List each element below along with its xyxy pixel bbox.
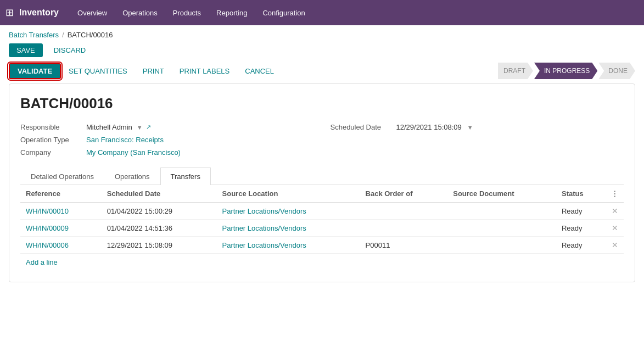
breadcrumb-separator: / <box>62 31 64 39</box>
operation-type-value[interactable]: San Francisco: Receipts <box>86 136 164 144</box>
breadcrumb: Batch Transfers / BATCH/00016 <box>0 25 644 41</box>
tab-transfers[interactable]: Transfers <box>160 168 211 185</box>
discard-button[interactable]: DISCARD <box>46 43 94 57</box>
top-navigation: ⊞ Inventory Overview Operations Products… <box>0 0 644 25</box>
breadcrumb-current: BATCH/00016 <box>68 31 113 39</box>
table-row: WH/IN/00009 01/04/2022 14:51:36 Partner … <box>20 220 624 237</box>
cell-reference-2[interactable]: WH/IN/00006 <box>20 237 102 254</box>
col-header-source-location: Source Location <box>217 185 360 203</box>
cell-back-order-2: P00011 <box>360 237 448 254</box>
tab-detailed-operations[interactable]: Detailed Operations <box>20 168 104 185</box>
company-value[interactable]: My Company (San Francisco) <box>86 148 181 157</box>
cell-back-order-0 <box>360 203 448 220</box>
remove-icon-1[interactable]: ✕ <box>612 224 618 232</box>
action-row-1: SAVE DISCARD <box>0 41 644 62</box>
print-button[interactable]: PRINT <box>135 64 172 78</box>
transfers-table: Reference Scheduled Date Source Location… <box>20 185 624 254</box>
cell-source-location-1[interactable]: Partner Locations/Vendors <box>217 220 360 237</box>
cell-source-document-2 <box>447 237 556 254</box>
set-quantities-button[interactable]: SET QUANTITIES <box>61 64 135 78</box>
nav-item-configuration[interactable]: Configuration <box>255 0 312 25</box>
nav-item-overview[interactable]: Overview <box>70 0 115 25</box>
nav-item-products[interactable]: Products <box>165 0 209 25</box>
responsible-row: Responsible Mitchell Admin ▼ ↗ <box>20 123 314 131</box>
batch-title: BATCH/00016 <box>20 95 624 112</box>
remove-icon-2[interactable]: ✕ <box>612 241 618 249</box>
app-title: Inventory <box>19 8 59 18</box>
cell-remove-1[interactable]: ✕ <box>606 220 624 237</box>
breadcrumb-parent[interactable]: Batch Transfers <box>9 31 59 39</box>
tabs-row: Detailed Operations Operations Transfers <box>20 168 624 185</box>
col-header-source-document: Source Document <box>447 185 556 203</box>
cancel-button[interactable]: CANCEL <box>237 64 282 78</box>
action-row-2: VALIDATE SET QUANTITIES PRINT PRINT LABE… <box>0 62 644 83</box>
cell-source-location-2[interactable]: Partner Locations/Vendors <box>217 237 360 254</box>
form-fields: Responsible Mitchell Admin ▼ ↗ Operation… <box>20 123 624 157</box>
col-header-status: Status <box>556 185 606 203</box>
scheduled-date-label: Scheduled Date <box>331 123 391 131</box>
col-header-scheduled-date: Scheduled Date <box>102 185 217 203</box>
responsible-dropdown-icon[interactable]: ▼ <box>137 124 143 131</box>
cell-scheduled-date-1: 01/04/2022 14:51:36 <box>102 220 217 237</box>
cell-source-location-0[interactable]: Partner Locations/Vendors <box>217 203 360 220</box>
cell-scheduled-date-2: 12/29/2021 15:08:09 <box>102 237 217 254</box>
cell-source-document-1 <box>447 220 556 237</box>
table-header-row: Reference Scheduled Date Source Location… <box>20 185 624 203</box>
grid-icon[interactable]: ⊞ <box>5 7 14 19</box>
company-row: Company My Company (San Francisco) <box>20 148 314 157</box>
validate-button[interactable]: VALIDATE <box>9 63 61 79</box>
main-card: BATCH/00016 Responsible Mitchell Admin ▼… <box>9 83 635 282</box>
print-labels-button[interactable]: PRINT LABELS <box>172 64 238 78</box>
scheduled-date-value: 12/29/2021 15:08:09 ▼ <box>396 123 473 131</box>
cell-reference-0[interactable]: WH/IN/00010 <box>20 203 102 220</box>
cell-reference-1[interactable]: WH/IN/00009 <box>20 220 102 237</box>
company-label: Company <box>20 148 81 157</box>
pipeline-step-done: DONE <box>598 63 635 79</box>
remove-icon-0[interactable]: ✕ <box>612 207 618 215</box>
cell-status-0: Ready <box>556 203 606 220</box>
operation-type-label: Operation Type <box>20 136 81 144</box>
table-row: WH/IN/00006 12/29/2021 15:08:09 Partner … <box>20 237 624 254</box>
transfers-table-container: Reference Scheduled Date Source Location… <box>20 185 624 271</box>
responsible-label: Responsible <box>20 123 81 131</box>
responsible-external-link-icon[interactable]: ↗ <box>146 124 151 131</box>
operation-type-row: Operation Type San Francisco: Receipts <box>20 136 314 144</box>
nav-item-operations[interactable]: Operations <box>115 0 165 25</box>
cell-status-2: Ready <box>556 237 606 254</box>
pipeline-step-draft: DRAFT <box>498 63 533 79</box>
scheduled-date-dropdown-icon[interactable]: ▼ <box>467 124 473 131</box>
cell-remove-2[interactable]: ✕ <box>606 237 624 254</box>
responsible-value: Mitchell Admin ▼ ↗ <box>86 123 151 131</box>
col-header-reference: Reference <box>20 185 102 203</box>
col-menu-icon[interactable]: ⋮ <box>606 185 624 203</box>
table-row: WH/IN/00010 01/04/2022 15:00:29 Partner … <box>20 203 624 220</box>
nav-item-reporting[interactable]: Reporting <box>209 0 255 25</box>
cell-source-document-0 <box>447 203 556 220</box>
cell-back-order-1 <box>360 220 448 237</box>
cell-remove-0[interactable]: ✕ <box>606 203 624 220</box>
status-pipeline: DRAFT IN PROGRESS DONE <box>498 63 635 79</box>
cell-status-1: Ready <box>556 220 606 237</box>
col-header-back-order: Back Order of <box>360 185 448 203</box>
save-button[interactable]: SAVE <box>9 43 43 57</box>
pipeline-step-inprogress: IN PROGRESS <box>534 63 597 79</box>
cell-scheduled-date-0: 01/04/2022 15:00:29 <box>102 203 217 220</box>
scheduled-date-row: Scheduled Date 12/29/2021 15:08:09 ▼ <box>331 123 624 131</box>
add-line-link[interactable]: Add a line <box>20 254 63 271</box>
tab-operations[interactable]: Operations <box>104 168 160 185</box>
